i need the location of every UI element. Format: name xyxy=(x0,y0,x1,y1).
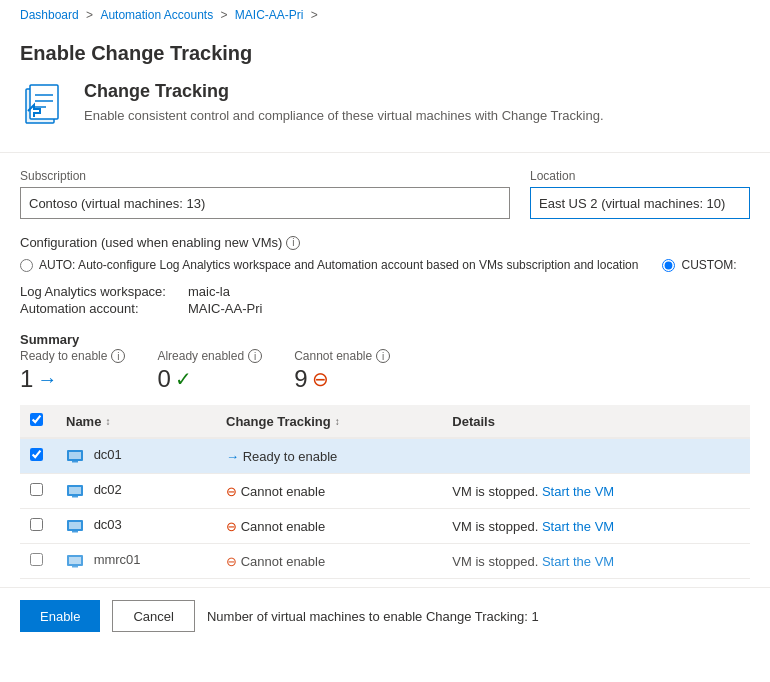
cannot-value: 9 ⊖ xyxy=(294,365,390,393)
row-name: dc02 xyxy=(94,482,122,497)
tracking-col-header: Change Tracking ↕ xyxy=(216,405,442,438)
row-tracking-status: Ready to enable xyxy=(243,449,338,464)
configuration-section: Configuration (used when enabling new VM… xyxy=(20,235,750,272)
svg-rect-10 xyxy=(72,496,78,498)
subscription-location-row: Subscription Contoso (virtual machines: … xyxy=(20,169,750,219)
vm-table: Name ↕ Change Tracking ↕ Details xyxy=(20,405,750,579)
header-description: Enable consistent control and compliance… xyxy=(84,108,604,123)
row-name: dc01 xyxy=(94,447,122,462)
subscription-select[interactable]: Contoso (virtual machines: 13) xyxy=(20,187,510,219)
row-details-text: VM is stopped. xyxy=(452,519,538,534)
row-name-col: dc03 xyxy=(56,509,216,544)
table-header-row: Name ↕ Change Tracking ↕ Details xyxy=(20,405,750,438)
row-name-col: dc02 xyxy=(56,474,216,509)
row-name: mmrc01 xyxy=(94,552,141,567)
form-section: Subscription Contoso (virtual machines: … xyxy=(0,169,770,393)
cannot-info-icon[interactable]: i xyxy=(376,349,390,363)
svg-rect-12 xyxy=(69,522,81,529)
table-section: Name ↕ Change Tracking ↕ Details xyxy=(20,405,750,579)
row-details-col: VM is stopped. Start the VM xyxy=(442,474,750,509)
subscription-group: Subscription Contoso (virtual machines: … xyxy=(20,169,510,219)
start-vm-link[interactable]: Start the VM xyxy=(542,554,614,569)
ready-status-icon: → xyxy=(226,449,243,464)
account-label: Automation account: xyxy=(20,301,180,316)
svg-rect-15 xyxy=(69,557,81,564)
row-checkbox-col xyxy=(20,474,56,509)
svg-rect-16 xyxy=(72,566,78,568)
change-tracking-icon xyxy=(20,81,68,132)
header-text: Change Tracking Enable consistent contro… xyxy=(84,81,604,123)
row-details-text: VM is stopped. xyxy=(452,484,538,499)
block-status-icon: ⊖ xyxy=(226,519,241,534)
auto-radio[interactable] xyxy=(20,259,33,272)
ready-info-icon[interactable]: i xyxy=(111,349,125,363)
row-tracking-status: Cannot enable xyxy=(241,519,326,534)
table-row: dc03 ⊖ Cannot enable VM is stopped. Star… xyxy=(20,509,750,544)
enabled-check-icon: ✓ xyxy=(175,367,192,391)
summary-section: Summary Ready to enable i 1 → Already en… xyxy=(20,332,750,393)
svg-rect-7 xyxy=(72,461,78,463)
location-input[interactable] xyxy=(530,187,750,219)
enable-button[interactable]: Enable xyxy=(20,600,100,632)
block-status-icon: ⊖ xyxy=(226,484,241,499)
enabled-value: 0 ✓ xyxy=(157,365,262,393)
svg-rect-13 xyxy=(72,531,78,533)
subscription-label: Subscription xyxy=(20,169,510,183)
breadcrumb-maic-aa-pri[interactable]: MAIC-AA-Pri xyxy=(235,8,304,22)
ready-arrow-icon: → xyxy=(37,368,57,391)
row-checkbox[interactable] xyxy=(30,553,43,566)
cannot-block-icon: ⊖ xyxy=(312,367,329,391)
row-checkbox-col xyxy=(20,509,56,544)
auto-radio-label: AUTO: Auto-configure Log Analytics works… xyxy=(39,258,638,272)
block-status-icon: ⊖ xyxy=(226,554,241,569)
name-sort-icon[interactable]: ↕ xyxy=(105,416,110,427)
ready-value: 1 → xyxy=(20,365,125,393)
svg-rect-6 xyxy=(69,452,81,459)
row-name-col: mmrc01 xyxy=(56,544,216,579)
workspace-value: maic-la xyxy=(188,284,750,299)
cancel-button[interactable]: Cancel xyxy=(112,600,194,632)
breadcrumb-automation-accounts[interactable]: Automation Accounts xyxy=(100,8,213,22)
row-checkbox[interactable] xyxy=(30,518,43,531)
row-tracking-col: ⊖ Cannot enable xyxy=(216,544,442,579)
config-label: Configuration (used when enabling new VM… xyxy=(20,235,750,250)
custom-radio-item[interactable]: CUSTOM: xyxy=(662,258,736,272)
row-checkbox-col xyxy=(20,438,56,474)
row-name: dc03 xyxy=(94,517,122,532)
table-row: dc01 → Ready to enable xyxy=(20,438,750,474)
row-checkbox[interactable] xyxy=(30,448,43,461)
row-details-text: VM is stopped. xyxy=(452,554,538,569)
summary-card-enabled: Already enabled i 0 ✓ xyxy=(157,349,262,393)
table-row: mmrc01 ⊖ Cannot enable VM is stopped. St… xyxy=(20,544,750,579)
location-label: Location xyxy=(530,169,750,183)
page-title: Enable Change Tracking xyxy=(0,30,770,81)
custom-radio-label: CUSTOM: xyxy=(681,258,736,272)
svg-rect-9 xyxy=(69,487,81,494)
footer-note: Number of virtual machines to enable Cha… xyxy=(207,609,539,624)
row-details-col: VM is stopped. Start the VM xyxy=(442,509,750,544)
tracking-sort-icon[interactable]: ↕ xyxy=(335,416,340,427)
enabled-info-icon[interactable]: i xyxy=(248,349,262,363)
start-vm-link[interactable]: Start the VM xyxy=(542,519,614,534)
custom-radio[interactable] xyxy=(662,259,675,272)
auto-radio-item[interactable]: AUTO: Auto-configure Log Analytics works… xyxy=(20,258,638,272)
row-checkbox[interactable] xyxy=(30,483,43,496)
row-name-col: dc01 xyxy=(56,438,216,474)
enabled-label: Already enabled i xyxy=(157,349,262,363)
summary-card-ready: Ready to enable i 1 → xyxy=(20,349,125,393)
summary-card-cannot: Cannot enable i 9 ⊖ xyxy=(294,349,390,393)
breadcrumb-dashboard[interactable]: Dashboard xyxy=(20,8,79,22)
select-all-checkbox[interactable] xyxy=(30,413,43,426)
start-vm-link[interactable]: Start the VM xyxy=(542,484,614,499)
location-group: Location xyxy=(530,169,750,219)
workspace-label: Log Analytics workspace: xyxy=(20,284,180,299)
row-tracking-status: Cannot enable xyxy=(241,484,326,499)
row-tracking-col: → Ready to enable xyxy=(216,438,442,474)
summary-title: Summary xyxy=(20,332,750,347)
breadcrumb: Dashboard > Automation Accounts > MAIC-A… xyxy=(0,0,770,30)
name-col-header: Name ↕ xyxy=(56,405,216,438)
row-details-col xyxy=(442,438,750,474)
header-title: Change Tracking xyxy=(84,81,604,102)
table-row: dc02 ⊖ Cannot enable VM is stopped. Star… xyxy=(20,474,750,509)
config-info-icon[interactable]: i xyxy=(286,236,300,250)
